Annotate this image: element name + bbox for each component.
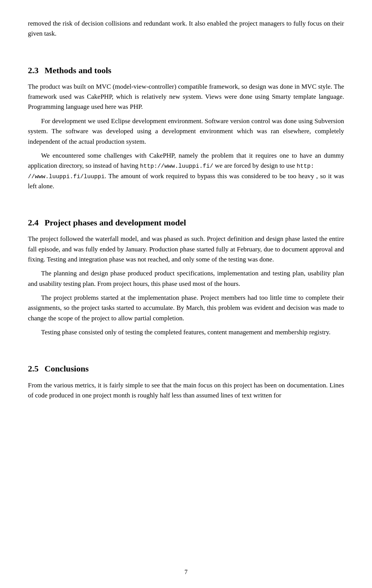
section-2-4-title: Project phases and development model: [45, 218, 186, 227]
page-number: 7: [184, 567, 188, 577]
section-2-5-title: Conclusions: [45, 364, 89, 373]
section-2-4-heading: 2.4 Project phases and development model: [28, 216, 344, 229]
sec-2-4-para-4: Testing phase consisted only of testing …: [28, 327, 344, 337]
document-page: removed the risk of decision collisions …: [0, 0, 372, 588]
section-2-3-title: Methods and tools: [45, 65, 111, 75]
sec-2-4-para-1: The project followed the waterfall model…: [28, 234, 344, 265]
section-2-3-number: 2.3: [28, 65, 39, 75]
sec-2-3-para-3: We encountered some challenges with Cake…: [28, 151, 344, 191]
section-2-4-number: 2.4: [28, 218, 39, 227]
sec-2-3-para-2: For development we used Eclipse developm…: [28, 116, 344, 147]
sec-2-4-para-3: The project problems started at the impl…: [28, 293, 344, 323]
sec-2-5-para-1: From the various metrics, it is fairly s…: [28, 380, 344, 401]
sec-2-4-para-2: The planning and design phase produced p…: [28, 268, 344, 289]
intro-paragraph: removed the risk of decision collisions …: [28, 19, 344, 39]
section-2-5-number: 2.5: [28, 364, 39, 373]
section-2-5-heading: 2.5 Conclusions: [28, 362, 344, 375]
sec-2-3-para-1: The product was built on MVC (model-view…: [28, 82, 344, 112]
code-url-1: http://www.luuppi.fi/: [140, 163, 213, 170]
section-2-3-heading: 2.3 Methods and tools: [28, 64, 344, 77]
